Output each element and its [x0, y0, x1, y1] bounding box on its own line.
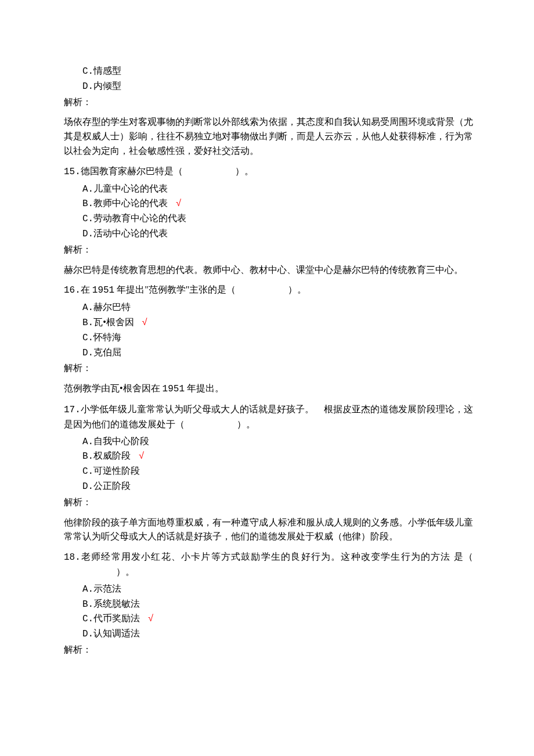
- stem-mid: 年提出"范例教学"主张的是（: [114, 285, 236, 294]
- stem-end: ）。: [235, 166, 254, 176]
- q18-option-d: D.认知调适法: [64, 627, 473, 642]
- analysis-pre: 范例教学由瓦•根舍因在: [64, 383, 163, 393]
- option-letter: C.: [82, 614, 93, 624]
- q14-option-c: C.情感型: [64, 64, 473, 79]
- option-letter: D.: [82, 81, 93, 92]
- option-text: 认知调适法: [93, 628, 140, 638]
- analysis-label: 解析：: [64, 643, 473, 657]
- q16-option-a: A.赫尔巴特: [64, 300, 473, 315]
- option-letter: C.: [82, 214, 93, 224]
- q18-option-c: C.代币奖励法√: [64, 611, 473, 627]
- option-letter: B.: [82, 599, 93, 610]
- option-letter: C.: [82, 466, 93, 477]
- option-text: 瓦•根舍因: [93, 317, 134, 327]
- analysis-post: 年提出。: [185, 383, 224, 393]
- stem-end: ）。: [288, 285, 306, 294]
- option-text: 可逆性阶段: [93, 466, 140, 476]
- option-text: 怀特海: [93, 332, 121, 342]
- option-letter: D.: [82, 229, 93, 239]
- option-letter: C.: [82, 333, 93, 343]
- option-letter: D.: [82, 481, 93, 492]
- option-text: 内倾型: [93, 81, 121, 91]
- option-letter: D.: [82, 629, 93, 639]
- q14-analysis: 场依存型的学生对客观事物的判断常以外部线索为依据，其态度和自我认知易受周围环境或…: [64, 115, 473, 158]
- question-number: 15.: [64, 167, 81, 177]
- q16-analysis: 范例教学由瓦•根舍因在 1951 年提出。: [64, 381, 473, 397]
- option-text: 公正阶段: [93, 481, 131, 491]
- stem-text: 小学低年级儿童常常认为听父母或大人的话就是好孩子。 根据皮亚杰的道德发展阶段理论…: [64, 404, 473, 429]
- q17-option-d: D.公正阶段: [64, 479, 473, 494]
- question-number: 18.: [64, 552, 81, 563]
- q14-option-d: D.内倾型: [64, 79, 473, 94]
- q17-option-a: A.自我中心阶段: [64, 434, 473, 449]
- q18-option-a: A.示范法: [64, 582, 473, 597]
- q16-stem: 16.在 1951 年提出"范例教学"主张的是（）。: [64, 283, 473, 298]
- q18-option-b: B.系统脱敏法: [64, 597, 473, 612]
- option-letter: A.: [82, 184, 93, 195]
- check-icon: √: [148, 613, 153, 623]
- option-text: 情感型: [93, 66, 121, 75]
- q15-option-a: A.儿童中心论的代表: [64, 182, 473, 197]
- check-icon: √: [142, 317, 147, 327]
- option-letter: D.: [82, 348, 93, 358]
- q15-option-d: D.活动中心论的代表: [64, 226, 473, 242]
- stem-end: ）。: [116, 567, 135, 577]
- analysis-year: 1951: [163, 384, 185, 394]
- option-letter: A.: [82, 437, 93, 447]
- stem-text: 老师经常用发小红花、小卡片等方式鼓励学生的良好行为。这种改变学生行为的方法 是（: [81, 552, 473, 561]
- option-letter: B.: [82, 318, 93, 328]
- q17-option-c: C.可逆性阶段: [64, 464, 473, 479]
- q17-analysis: 他律阶段的孩子单方面地尊重权威，有一种遵守成人标准和服从成人规则的义务感。小学低…: [64, 516, 473, 545]
- stem-text: 德国教育家赫尔巴特是（: [81, 166, 183, 176]
- option-letter: A.: [82, 303, 93, 313]
- analysis-label: 解析：: [64, 495, 473, 510]
- q15-option-c: C.劳动教育中心论的代表: [64, 211, 473, 226]
- q15-option-b: B.教师中心论的代表√: [64, 196, 473, 211]
- stem-pre: 在: [81, 285, 92, 294]
- q17-option-b: B.权威阶段√: [64, 449, 473, 464]
- option-letter: A.: [82, 584, 93, 595]
- option-text: 劳动教育中心论的代表: [93, 213, 186, 223]
- option-text: 系统脱敏法: [93, 599, 140, 609]
- exam-page: C.情感型 D.内倾型 解析： 场依存型的学生对客观事物的判断常以外部线索为依据…: [0, 0, 534, 756]
- option-text: 赫尔巴特: [93, 302, 131, 312]
- question-number: 17.: [64, 405, 81, 415]
- option-text: 权威阶段: [93, 451, 131, 460]
- analysis-label: 解析：: [64, 361, 473, 376]
- option-text: 克伯屈: [93, 347, 121, 357]
- q15-analysis: 赫尔巴特是传统教育思想的代表。教师中心、教材中心、课堂中心是赫尔巴特的传统教育三…: [64, 263, 473, 278]
- question-number: 16.: [64, 285, 81, 296]
- q16-option-b: B.瓦•根舍因√: [64, 315, 473, 330]
- option-text: 代币奖励法: [93, 613, 140, 623]
- check-icon: √: [139, 451, 144, 460]
- option-letter: C.: [82, 66, 93, 77]
- q18-stem: 18.老师经常用发小红花、小卡片等方式鼓励学生的良好行为。这种改变学生行为的方法…: [64, 550, 473, 579]
- stem-end: ）。: [237, 419, 255, 429]
- option-text: 活动中心论的代表: [93, 228, 168, 238]
- q17-stem: 17.小学低年级儿童常常认为听父母或大人的话就是好孩子。 根据皮亚杰的道德发展阶…: [64, 402, 473, 432]
- analysis-label: 解析：: [64, 95, 473, 110]
- stem-year: 1951: [92, 285, 114, 296]
- q16-option-c: C.怀特海: [64, 330, 473, 345]
- q15-stem: 15.德国教育家赫尔巴特是（）。: [64, 164, 473, 179]
- option-text: 自我中心阶段: [93, 436, 149, 446]
- analysis-label: 解析：: [64, 243, 473, 257]
- option-text: 示范法: [93, 584, 121, 593]
- q16-option-d: D.克伯屈: [64, 345, 473, 361]
- option-letter: B.: [82, 199, 93, 209]
- check-icon: √: [176, 198, 181, 208]
- option-text: 教师中心论的代表: [93, 198, 168, 208]
- option-text: 儿童中心论的代表: [93, 183, 168, 193]
- option-letter: B.: [82, 451, 93, 462]
